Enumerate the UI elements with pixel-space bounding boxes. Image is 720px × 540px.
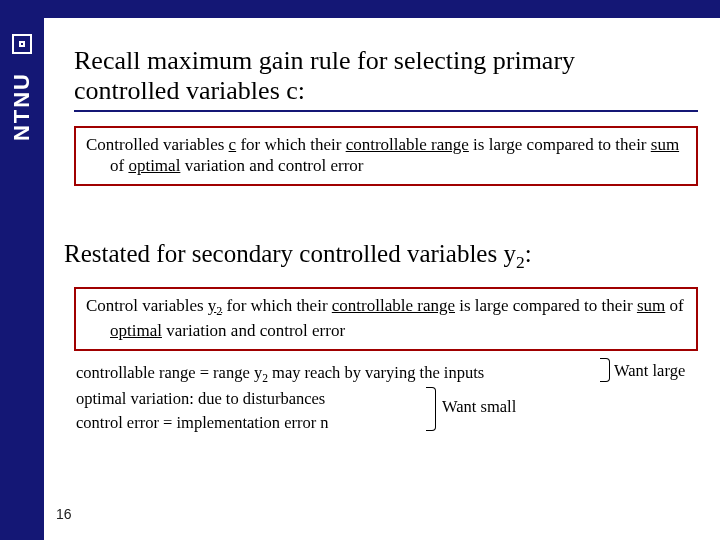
underline-c: c xyxy=(229,135,237,154)
annotation-want-small: Want small xyxy=(442,395,516,419)
def-control-error: control error = implementation error n xyxy=(76,411,698,435)
def-optimal-variation: optimal variation: due to disturbances xyxy=(76,387,698,411)
subscript-2: 2 xyxy=(516,252,525,272)
secondary-rule-box: Control variables y2 for which their con… xyxy=(74,287,698,351)
underline-sum: sum xyxy=(637,296,665,315)
primary-rule-box: Controlled variables c for which their c… xyxy=(74,126,698,187)
top-accent-bar xyxy=(0,0,720,18)
text-fragment: is large compared to their xyxy=(455,296,637,315)
underline-optimal: optimal xyxy=(110,321,162,340)
page-number: 16 xyxy=(56,506,72,522)
text-fragment: variation and control error xyxy=(180,156,363,175)
underline-controllable-range: controllable range xyxy=(346,135,469,154)
primary-rule-text: Controlled variables c for which their c… xyxy=(86,134,686,177)
text-fragment: may reach by varying the inputs xyxy=(268,363,484,382)
underline-controllable-range: controllable range xyxy=(332,296,455,315)
sidebar: NTNU xyxy=(0,0,44,540)
slide-title: Recall maximum gain rule for selecting p… xyxy=(74,46,698,112)
underline-y2: y2 xyxy=(208,296,222,315)
ntnu-logo-icon xyxy=(12,34,32,54)
text-fragment: for which their xyxy=(222,296,332,315)
text-fragment: : xyxy=(525,240,532,267)
text-fragment: of xyxy=(665,296,683,315)
logo-inner-icon xyxy=(19,41,25,47)
bracket-icon xyxy=(426,387,436,431)
text-fragment: of xyxy=(110,156,128,175)
restated-heading: Restated for secondary controlled variab… xyxy=(64,240,698,273)
annotation-want-large: Want large xyxy=(614,359,685,383)
text-fragment: Restated for secondary controlled variab… xyxy=(64,240,516,267)
definitions-block: controllable range = range y2 may reach … xyxy=(74,361,698,435)
text-fragment: for which their xyxy=(236,135,346,154)
title-line-1: Recall maximum gain rule for selecting p… xyxy=(74,46,575,75)
slide-content: Recall maximum gain rule for selecting p… xyxy=(44,18,720,540)
text-fragment: Controlled variables xyxy=(86,135,229,154)
bracket-icon xyxy=(600,358,610,382)
brand-text: NTNU xyxy=(9,72,35,141)
secondary-rule-text: Control variables y2 for which their con… xyxy=(86,295,686,341)
title-line-2: controlled variables c: xyxy=(74,76,305,105)
text-fragment: Control variables xyxy=(86,296,208,315)
text-fragment: controllable range = range y xyxy=(76,363,262,382)
text-fragment: is large compared to their xyxy=(469,135,651,154)
underline-optimal: optimal xyxy=(128,156,180,175)
underline-sum: sum xyxy=(651,135,679,154)
text-fragment: variation and control error xyxy=(162,321,345,340)
